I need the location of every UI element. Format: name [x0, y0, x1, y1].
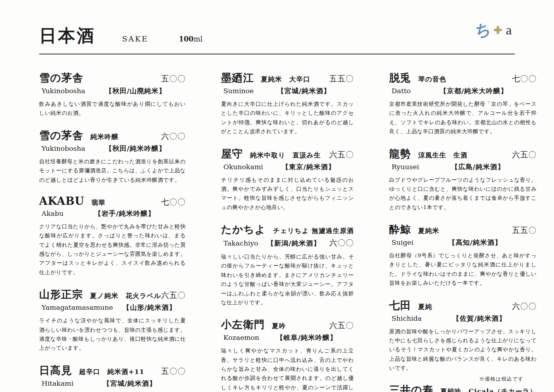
sake-description: ライチのような涼やかな風味で、全体にスッキリした夏酒らしい味わいを漂わせつつも、…: [39, 316, 186, 353]
sake-name: 屋守: [221, 147, 243, 161]
sake-description: 自社酵母（9号系）でじっくりと発酵させ、あと味がすっきりとした、暑い夏にピッタリ…: [389, 251, 537, 288]
sake-price: 六五〇: [512, 150, 537, 160]
menu-item: 龍勢 涼風生生 生酒 六五〇 Ryuusei 【広島/純米酒】 白ブドウやグレー…: [389, 147, 537, 212]
item-title-row: 七田 夏純 六〇〇: [389, 298, 537, 313]
item-title-row: 酔鯨 夏純米 五五〇: [389, 222, 537, 237]
sake-romaji: Suminoe: [221, 87, 254, 95]
sake-variant: 純米中取り 直汲み生: [250, 151, 321, 160]
sake-variant: 夏純米: [418, 226, 439, 235]
item-subtitle-row: Yukinobosha 【秋田/山廃純米】: [39, 86, 186, 96]
item-title-row: 龍勢 涼風生生 生酒 六五〇: [389, 147, 537, 161]
sake-name: 雪の茅舎: [39, 71, 83, 85]
menu-item: 日高見 超辛口 純米酒+11 五〇〇 Hitakami 【宮城/純米酒】 超辛口…: [39, 363, 186, 392]
sake-variant: 夏純吟 Cicala（チカーラ）: [440, 387, 537, 392]
sake-origin: 【岩手/純米吟醸】: [63, 209, 186, 218]
sake-price: 六〇〇: [512, 301, 537, 312]
sake-name: 山形正宗: [39, 287, 83, 302]
menu-item: AKABU 翡翠 七〇〇 Akabu 【岩手/純米吟醸】 クリアな口当たりから、…: [39, 195, 186, 277]
sake-variant: 夏ノ純米 花火ラベル: [90, 291, 161, 300]
sake-description: 自社培養酵母と米の磨きにこだわった酒造りを創業以来のモットーにする齋彌酒造店。こ…: [39, 157, 186, 184]
item-subtitle-row: Okunokami 【東京/純米酒】: [221, 162, 354, 172]
sake-romaji: Suigei: [389, 238, 413, 246]
serving-size: 100ml: [179, 35, 202, 43]
sake-description: 飲みあきしない酒質で適度な酸味があり燗にしてもおいしい純米のお酒。: [39, 99, 186, 118]
sake-name: AKABU: [39, 195, 85, 207]
sake-origin: 【秋田/山廃純米】: [85, 86, 186, 96]
item-title-row: たかちよ チェリちよ 無濾過生原酒: [221, 222, 354, 237]
item-title-row: 墨廼江 夏純米 大辛口 五五〇: [221, 71, 354, 85]
sake-variant: 夏吟: [272, 322, 286, 331]
sake-origin: 【宮城/純米酒】: [74, 379, 186, 388]
sake-romaji: Ryuusei: [389, 163, 419, 171]
item-subtitle-row: Yukinobosha 【秋田/純米吟醸】: [39, 144, 186, 153]
page-title: 日本酒: [39, 24, 96, 47]
menu-item: 小左衛門 夏吟 六五〇 Kozaemon 【岐阜/純米吟醸】 瑞々しく爽やかなマ…: [221, 318, 354, 392]
sake-description: 夏向きに大辛口に仕上げられた純米酒です。スカッとした辛口の味わいに、キリッとした…: [221, 99, 354, 136]
item-subtitle-row: Suminoe 【宮城/純米酒】: [221, 86, 354, 96]
sake-romaji: Yukinobosha: [39, 87, 85, 95]
sake-romaji: Shichida: [389, 314, 422, 322]
item-subtitle-row: Datto 【京都/純米大吟醸】: [389, 86, 537, 96]
sake-price: 五五〇: [329, 74, 354, 84]
sake-description: 白ブドウやグレープフルーツのようなフレッシュな香り。ゆっくりと口に含むと、爽快な…: [389, 175, 537, 212]
sake-description: 原酒の旨味や酸をしっかりパワーアップさせ、スッキリした中にも七田らしさを感じられ…: [389, 327, 537, 373]
sake-name: 墨廼江: [221, 71, 254, 85]
menu-header: 日本酒 SAKE 100ml ち ✚ a: [39, 24, 515, 47]
sake-romaji: Kozaemon: [221, 334, 260, 341]
menu-item: 三井の寿 夏純吟 Cicala（チカーラ） Miinokotobuki 【福岡/…: [389, 383, 537, 392]
menu-item: 脱兎 琴の音色 七〇〇 Datto 【京都/純米大吟醸】 京都市産業技術研究所が…: [389, 71, 537, 136]
sake-price: 六〇〇: [329, 238, 354, 248]
item-title-row: 雪の茅舎 純米吟醸 六〇〇: [39, 128, 186, 143]
sake-name: たかちよ: [221, 222, 266, 237]
sake-romaji: Okunokami: [221, 163, 263, 171]
sake-romaji: Hitakami: [39, 379, 74, 387]
sake-romaji: Takachiyo: [221, 239, 258, 247]
sake-name: 七田: [389, 298, 411, 313]
item-title-row: 小左衛門 夏吟 六五〇: [221, 318, 354, 332]
sake-description: 瑞々しく爽やかなマスカット、青りんご系の上立香。サラリと軽快に口中へ流れ込み、舌…: [221, 346, 354, 392]
sake-origin: 【東京/純米酒】: [263, 162, 354, 172]
item-subtitle-row: Akabu 【岩手/純米吟醸】: [39, 209, 186, 218]
sake-name: 日高見: [39, 363, 72, 378]
sake-description: チリチリ感もそのままに封じ込めている魅惑のお酒。爽やかでみずみずしく、口当たりも…: [221, 175, 354, 212]
sake-variant: 純米吟醸: [90, 132, 119, 141]
sake-variant: 夏純: [418, 302, 432, 311]
item-title-row: 日高見 超辛口 純米酒+11 五〇〇: [39, 363, 186, 378]
menu-item: 酔鯨 夏純米 五五〇 Suigei 【高知/純米酒】 自社酵母（9号系）でじっく…: [389, 222, 537, 288]
sake-origin: 【高知/純米酒】: [413, 238, 537, 247]
sake-variant: チェリちよ 無濾過生原酒: [273, 226, 354, 235]
sake-name: 三井の寿: [389, 383, 433, 392]
brand-logo: ち ✚ a: [473, 22, 512, 38]
sake-variant: 夏純米 大辛口: [261, 75, 310, 84]
sake-price: 六五〇: [161, 290, 186, 301]
sake-romaji: Yukinobosha: [39, 145, 85, 152]
sake-price: 五〇〇: [161, 366, 186, 377]
sake-description: 瑞々しい口当たりから、芳醇に広がる強い甘み。その後からフルーティーな酸味が駆け抜…: [221, 252, 354, 307]
sake-origin: 【京都/純米大吟醸】: [411, 86, 537, 96]
menu-item: 七田 夏純 六〇〇 Shichida 【佐賀/純米酒】 原酒の旨味や酸をしっかり…: [389, 298, 537, 373]
menu-column: 脱兎 琴の音色 七〇〇 Datto 【京都/純米大吟醸】 京都市産業技術研究所が…: [389, 71, 537, 392]
menu-columns: 雪の茅舎 五〇〇 Yukinobosha 【秋田/山廃純米】 飲みあきしない酒質…: [39, 71, 515, 392]
sake-origin: 【佐賀/純米酒】: [422, 314, 537, 323]
menu-item: 雪の茅舎 五〇〇 Yukinobosha 【秋田/山廃純米】 飲みあきしない酒質…: [39, 71, 186, 118]
page-subtitle: SAKE: [122, 34, 148, 43]
sake-price: 七〇〇: [161, 197, 186, 208]
sake-variant: 翡翠: [92, 198, 106, 207]
item-title-row: 三井の寿 夏純吟 Cicala（チカーラ）: [389, 383, 537, 392]
item-subtitle-row: Suigei 【高知/純米酒】: [389, 238, 537, 247]
item-title-row: 屋守 純米中取り 直汲み生 六五〇: [221, 147, 354, 161]
menu-item: たかちよ チェリちよ 無濾過生原酒 Takachiyo 【新潟/純米酒】 六〇〇…: [221, 222, 354, 307]
sake-origin: 【山形/純米酒】: [113, 303, 186, 312]
sake-description: 京都市産業技術研究所が開発した酵母「京の琴」をベースに造った火入れの純米大吟醸で…: [389, 99, 537, 136]
sake-price: 七〇〇: [512, 74, 537, 84]
sake-romaji: Datto: [389, 87, 411, 95]
sake-name: 龍勢: [389, 147, 411, 161]
item-subtitle-row: Yamagatamasamune 【山形/純米酒】: [39, 303, 186, 312]
item-subtitle-row: Hitakami 【宮城/純米酒】: [39, 379, 186, 388]
sake-origin: 【秋田/純米吟醸】: [85, 144, 186, 153]
item-title-row: 脱兎 琴の音色 七〇〇: [389, 71, 537, 85]
sake-origin: 【岐阜/純米吟醸】: [259, 333, 354, 342]
sake-origin: 【新潟/純米酒】: [258, 238, 329, 248]
sake-price: 五五〇: [512, 225, 537, 236]
sake-name: 脱兎: [389, 71, 411, 85]
